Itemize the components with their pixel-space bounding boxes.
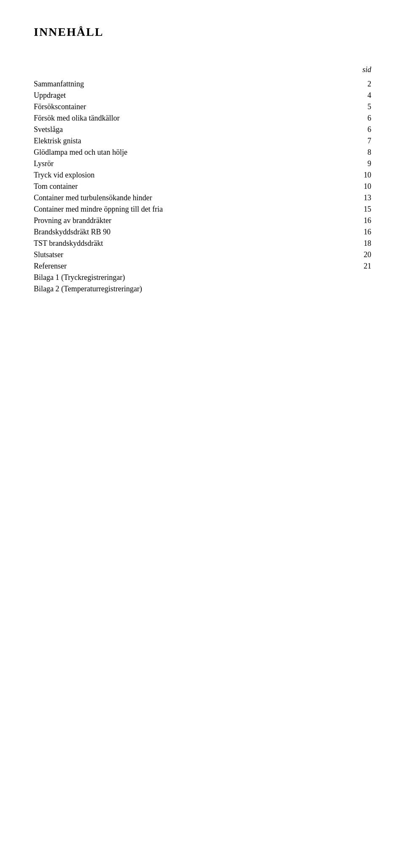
toc-row: Sammanfattning2 [34,78,371,90]
toc-item-page: 16 [321,226,371,238]
sid-header: sid [321,64,371,78]
toc-item-page: 15 [321,204,371,215]
toc-item-label: Container med mindre öppning till det fr… [34,204,321,215]
toc-row: Bilaga 2 (Temperaturregistreringar) [34,283,371,295]
toc-row: Referenser21 [34,261,371,272]
toc-item-label: Provning av branddräkter [34,215,321,226]
toc-row: Slutsatser20 [34,249,371,261]
toc-row: Försök med olika tändkällor6 [34,113,371,124]
toc-item-page: 21 [321,261,371,272]
toc-item-label: Tryck vid explosion [34,169,321,181]
toc-item-label: Svetslåga [34,124,321,135]
toc-row: Container med turbulensökande hinder13 [34,192,371,204]
toc-label-header [34,64,321,78]
toc-item-label: Försök med olika tändkällor [34,113,321,124]
toc-item-page: 8 [321,147,371,158]
toc-item-page: 7 [321,135,371,147]
toc-row: Bilaga 1 (Tryckregistreringar) [34,272,371,283]
toc-row: Försökscontainer5 [34,101,371,113]
toc-item-label: Försökscontainer [34,101,321,113]
toc-row: Elektrisk gnista7 [34,135,371,147]
toc-item-label: Brandskyddsdräkt RB 90 [34,226,321,238]
toc-item-label: Tom container [34,181,321,192]
toc-item-page: 9 [321,158,371,169]
toc-item-page [321,283,371,295]
toc-row: Uppdraget4 [34,90,371,101]
toc-item-label: TST brandskyddsdräkt [34,238,321,249]
toc-row: Glödlampa med och utan hölje8 [34,147,371,158]
toc-row: Provning av branddräkter16 [34,215,371,226]
page-title: INNEHÅLL [34,25,371,39]
toc-table: sid Sammanfattning2Uppdraget4Försökscont… [34,64,371,295]
toc-row: Container med mindre öppning till det fr… [34,204,371,215]
toc-item-page: 10 [321,181,371,192]
toc-row: Lysrör9 [34,158,371,169]
toc-item-page: 10 [321,169,371,181]
toc-item-label: Container med turbulensökande hinder [34,192,321,204]
toc-item-page: 5 [321,101,371,113]
toc-item-page: 18 [321,238,371,249]
toc-item-label: Bilaga 1 (Tryckregistreringar) [34,272,321,283]
toc-item-label: Elektrisk gnista [34,135,321,147]
toc-item-page [321,272,371,283]
toc-row: Brandskyddsdräkt RB 9016 [34,226,371,238]
toc-row: Tryck vid explosion10 [34,169,371,181]
toc-item-page: 6 [321,124,371,135]
toc-row: Tom container10 [34,181,371,192]
toc-item-label: Glödlampa med och utan hölje [34,147,321,158]
toc-item-page: 13 [321,192,371,204]
toc-item-label: Bilaga 2 (Temperaturregistreringar) [34,283,321,295]
toc-item-page: 6 [321,113,371,124]
toc-row: Svetslåga6 [34,124,371,135]
toc-item-page: 16 [321,215,371,226]
toc-row: TST brandskyddsdräkt18 [34,238,371,249]
toc-item-label: Sammanfattning [34,78,321,90]
toc-item-label: Lysrör [34,158,321,169]
toc-item-label: Referenser [34,261,321,272]
toc-item-page: 20 [321,249,371,261]
toc-item-label: Uppdraget [34,90,321,101]
toc-item-page: 4 [321,90,371,101]
toc-item-page: 2 [321,78,371,90]
toc-item-label: Slutsatser [34,249,321,261]
